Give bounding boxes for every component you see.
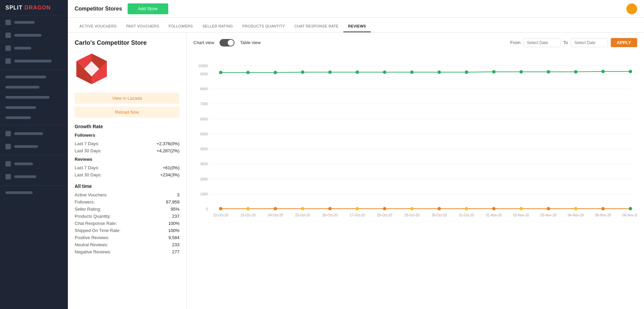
svg-text:0: 0: [206, 207, 208, 211]
svg-text:7000: 7000: [200, 102, 208, 106]
sidebar-item-label: [14, 132, 43, 135]
chat-response-row: Chat Response Rate: 100%: [75, 221, 179, 226]
active-vouchers-row: Active Vouchers: 3: [75, 192, 179, 197]
green-dot[interactable]: [629, 70, 632, 73]
tab-active-vouchers[interactable]: ACTIVE VOUCHERS: [75, 21, 121, 32]
green-dot[interactable]: [246, 71, 250, 74]
reviews-subtitle: Reviews: [75, 157, 179, 162]
svg-text:29-Oct-20: 29-Oct-20: [404, 213, 420, 217]
green-dot[interactable]: [574, 70, 577, 74]
sidebar-item-target[interactable]: [0, 140, 68, 153]
shipped-on-time-label: Shipped On Time Rate:: [75, 228, 120, 233]
green-dot[interactable]: [492, 70, 495, 74]
sidebar-item-visibility[interactable]: [0, 55, 68, 67]
bottom-dot[interactable]: [383, 207, 386, 210]
bottom-dot[interactable]: [410, 207, 414, 210]
from-date-input[interactable]: [523, 38, 561, 47]
sidebar-item-4[interactable]: [0, 102, 68, 113]
apply-button[interactable]: APPLY: [611, 38, 637, 47]
bottom-dot[interactable]: [219, 207, 222, 210]
svg-text:5000: 5000: [200, 132, 208, 136]
sidebar-item-sales[interactable]: [0, 29, 68, 42]
green-line: [221, 72, 630, 73]
sidebar-item-search[interactable]: [0, 127, 68, 140]
to-label: To: [563, 40, 568, 45]
green-dot[interactable]: [519, 70, 523, 74]
bottom-dot[interactable]: [547, 207, 550, 210]
to-date-input[interactable]: [571, 38, 608, 47]
bottom-dot[interactable]: [601, 207, 605, 210]
green-dot[interactable]: [219, 71, 222, 74]
bottom-dot[interactable]: [301, 207, 304, 210]
sidebar-item-label: [5, 191, 33, 194]
chart-table-toggle[interactable]: [220, 39, 234, 46]
add-store-button[interactable]: Add Store: [128, 3, 168, 14]
seller-rating-value: 95%: [171, 207, 179, 212]
bottom-dot[interactable]: [437, 207, 441, 210]
neutral-reviews-row: Neutral Reviews: 233: [75, 242, 179, 247]
bottom-dot[interactable]: [492, 207, 495, 210]
products-qty-label: Products Quantity:: [75, 214, 111, 219]
bottom-dot[interactable]: [574, 207, 577, 210]
right-panel: Chart view Table view From To APPLY: [187, 33, 644, 309]
bottom-dot[interactable]: [246, 207, 250, 210]
bottom-dot[interactable]: [465, 207, 468, 210]
sidebar-item-5[interactable]: [0, 113, 68, 123]
sidebar-item-dashboard[interactable]: [0, 16, 68, 29]
view-in-lazada-button[interactable]: View in Lazada: [75, 93, 179, 104]
flask-icon: [5, 45, 11, 51]
green-dot[interactable]: [383, 71, 386, 74]
tab-products-quantity[interactable]: PRODUCTS QUANTITY: [238, 21, 290, 32]
sidebar-item-lab[interactable]: [0, 42, 68, 55]
green-dot[interactable]: [328, 71, 332, 74]
reload-now-button[interactable]: Reload Now: [75, 107, 179, 118]
svg-text:30-Oct-20: 30-Oct-20: [432, 213, 447, 217]
bottom-dot[interactable]: [356, 207, 359, 210]
sidebar-item-2[interactable]: [0, 82, 68, 92]
tab-chat-response-rate[interactable]: CHAT RESPONSE RATE: [290, 21, 343, 32]
svg-text:2000: 2000: [200, 177, 208, 181]
svg-text:24-Oct-20: 24-Oct-20: [268, 213, 283, 217]
green-dot[interactable]: [437, 71, 441, 74]
bottom-dot[interactable]: [519, 207, 523, 210]
tab-seller-rating[interactable]: SELLER RATING: [197, 21, 238, 32]
followers-30d-label: Last 30 Days:: [75, 148, 102, 153]
followers-subtitle: Followers: [75, 133, 179, 138]
sidebar-item-download[interactable]: [0, 170, 68, 183]
bottom-dot[interactable]: [629, 207, 632, 210]
sidebar-item-3[interactable]: [0, 92, 68, 102]
download-icon: [5, 174, 11, 179]
tab-past-vouchers[interactable]: PAST VOUCHERS: [121, 21, 164, 32]
sidebar-item-label: [14, 21, 35, 24]
from-label: From: [510, 40, 520, 45]
store-title: Carlo's Competitor Store: [75, 39, 179, 46]
svg-text:01-Nov-20: 01-Nov-20: [486, 213, 502, 217]
bottom-dot[interactable]: [328, 207, 332, 210]
sidebar-item-label: [5, 96, 50, 99]
green-dot[interactable]: [356, 71, 359, 74]
green-dot[interactable]: [273, 71, 277, 74]
green-dot[interactable]: [301, 71, 304, 74]
followers-7d-row: Last 7 Days: +2,376(0%): [75, 141, 179, 146]
store-logo-container: [75, 52, 109, 86]
positive-reviews-label: Positive Reviews:: [75, 235, 109, 240]
sidebar-item-settings[interactable]: [0, 188, 68, 198]
toggle-knob: [228, 40, 234, 46]
green-dot[interactable]: [410, 71, 414, 74]
shipped-on-time-value: 100%: [168, 228, 179, 233]
green-dot[interactable]: [601, 70, 605, 73]
sidebar-item-label: [14, 162, 33, 165]
bottom-dot[interactable]: [273, 207, 277, 210]
reviews-30d-label: Last 30 Days:: [75, 172, 102, 177]
green-dot[interactable]: [465, 71, 468, 74]
green-dot[interactable]: [547, 70, 550, 74]
chat-response-label: Chat Response Rate:: [75, 221, 117, 226]
reviews-7d-label: Last 7 Days:: [75, 165, 99, 170]
sidebar-logo: SPLIT DRAGON: [0, 0, 68, 16]
tab-followers[interactable]: FOLLOWERS: [164, 21, 198, 32]
followers-30d-row: Last 30 Days: +4,287(2%): [75, 148, 179, 153]
sidebar-item-shield[interactable]: [0, 157, 68, 170]
svg-text:02-Nov-20: 02-Nov-20: [513, 213, 529, 217]
sidebar-item-1[interactable]: [0, 72, 68, 82]
tab-reviews[interactable]: REVIEWS: [343, 21, 371, 32]
